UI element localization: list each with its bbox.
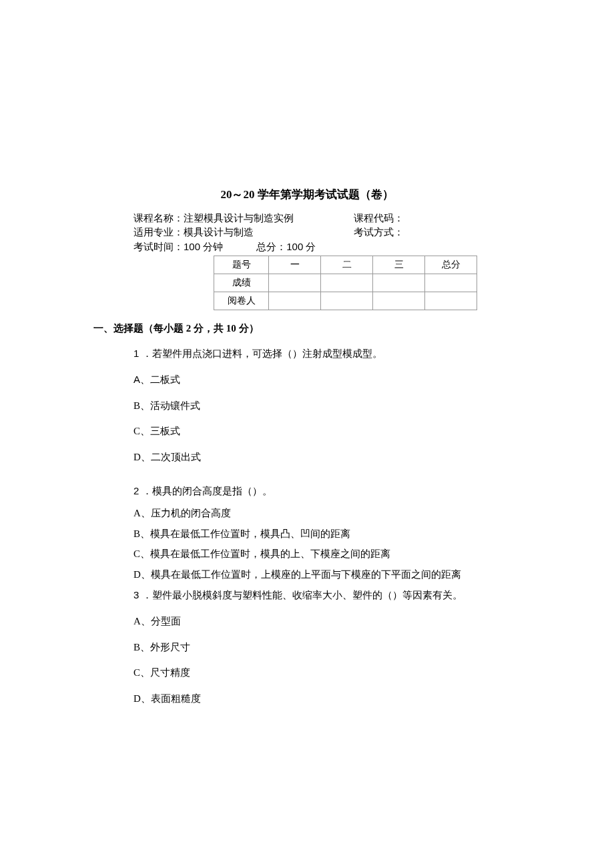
time-label: 考试时间： <box>133 242 184 252</box>
cell <box>373 292 425 310</box>
meta-block: 课程名称：注塑模具设计与制造实例 课程代码： 适用专业：模具设计与制造 考试方式… <box>93 211 521 254</box>
major-line: 适用专业：模具设计与制造 <box>133 226 354 240</box>
cell <box>269 274 321 292</box>
score-table: 题号 一 二 三 总分 成绩 阅卷人 <box>214 256 477 310</box>
q1-opt-a: AA、二板式、二板式 <box>133 372 521 388</box>
table-row: 成绩 <box>214 274 477 292</box>
cell <box>425 292 477 310</box>
q3-opt-c: C、尺寸精度 <box>133 665 521 681</box>
q2-opt-a: A、压力机的闭合高度 <box>133 506 521 521</box>
q2-num: 2 ． <box>133 485 152 496</box>
q1-opt-c: C、三板式 <box>133 424 521 439</box>
cell <box>425 274 477 292</box>
method-label: 考试方式： <box>354 227 404 238</box>
cell <box>321 292 373 310</box>
q3-opt-b: B、外形尺寸 <box>133 640 521 655</box>
q2-body: 模具的闭合高度是指（）。 <box>152 486 272 496</box>
cell <box>321 274 373 292</box>
q1-opt-b: B、活动镶件式 <box>133 398 521 414</box>
course-code-line: 课程代码： <box>354 211 521 226</box>
exam-time: 考试时间：100 分钟 <box>133 240 223 254</box>
question-block: 1 ．若塑件用点浇口进料，可选择（）注射成型模成型。 AA、二板式、二板式 B、… <box>93 346 521 706</box>
table-row: 阅卷人 <box>214 292 477 310</box>
total-value: 100 分 <box>286 241 316 252</box>
course-label: 课程名称： <box>133 213 184 224</box>
major-label: 适用专业： <box>133 227 184 238</box>
code-label: 课程代码： <box>354 213 404 224</box>
q1-opt-d: D、二次顶出式 <box>133 450 521 465</box>
q2-text: 2 ．模具的闭合高度是指（）。 <box>133 483 521 499</box>
th-col1: 一 <box>269 256 321 274</box>
th-label: 题号 <box>214 256 269 274</box>
q3-num: 3 ． <box>133 589 152 600</box>
row-label-grader: 阅卷人 <box>214 292 269 310</box>
table-header-row: 题号 一 二 三 总分 <box>214 256 477 274</box>
cell <box>269 292 321 310</box>
q3-opt-d: D、表面粗糙度 <box>133 691 521 707</box>
method-line: 考试方式： <box>354 226 521 240</box>
major-name: 模具设计与制造 <box>184 227 254 238</box>
q1-text: 1 ．若塑件用点浇口进料，可选择（）注射成型模成型。 <box>133 346 521 362</box>
q1-num: 1 ． <box>133 348 152 359</box>
q2-opt-c: C、模具在最低工作位置时，模具的上、下模座之间的距离 <box>133 546 521 562</box>
th-col3: 三 <box>373 256 425 274</box>
time-value: 100 分钟 <box>184 241 223 252</box>
q3-text: 3 ．塑件最小脱模斜度与塑料性能、收缩率大小、塑件的（）等因素有关。 <box>133 587 521 603</box>
q2-opt-b: B、模具在最低工作位置时，模具凸、凹间的距离 <box>133 526 521 542</box>
section-1-heading: 一、选择题（每小题 2 分，共 10 分） <box>93 322 521 335</box>
course-name-line: 课程名称：注塑模具设计与制造实例 <box>133 211 354 226</box>
th-col2: 二 <box>321 256 373 274</box>
cell <box>373 274 425 292</box>
total-label: 总分： <box>256 242 286 252</box>
exam-title: 20～20 学年第学期考试试题（卷） <box>93 187 521 202</box>
total-score: 总分：100 分 <box>256 240 316 254</box>
q3-opt-a: A、分型面 <box>133 614 521 629</box>
q1-body: 若塑件用点浇口进料，可选择（）注射成型模成型。 <box>152 348 382 359</box>
row-label-score: 成绩 <box>214 274 269 292</box>
th-total: 总分 <box>425 256 477 274</box>
q3-body: 塑件最小脱模斜度与塑料性能、收缩率大小、塑件的（）等因素有关。 <box>152 590 463 600</box>
q2-opt-d: D、模具在最低工作位置时，上模座的上平面与下模座的下平面之间的距离 <box>133 567 521 582</box>
course-name: 注塑模具设计与制造实例 <box>184 213 294 224</box>
